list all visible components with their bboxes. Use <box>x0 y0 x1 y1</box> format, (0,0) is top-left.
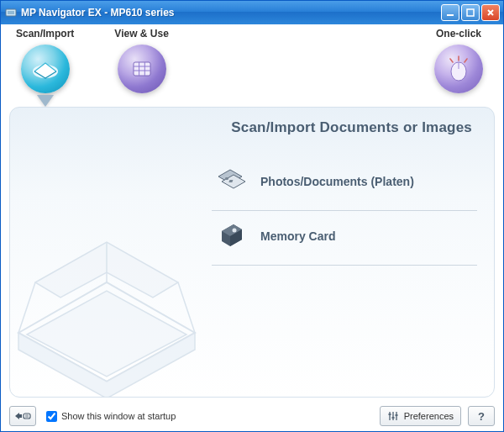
photos-documents-icon <box>212 165 249 198</box>
maximize-button[interactable] <box>461 4 480 21</box>
mode-switch-button[interactable] <box>9 406 36 426</box>
option-label: Photos/Documents (Platen) <box>260 175 414 188</box>
preferences-button[interactable]: Preferences <box>380 406 461 426</box>
app-icon <box>4 6 18 19</box>
option-memory-card[interactable]: Memory Card <box>212 211 477 266</box>
svg-rect-2 <box>447 14 454 16</box>
scanner-icon <box>21 45 70 93</box>
svg-rect-5 <box>134 62 150 76</box>
svg-rect-15 <box>24 414 30 419</box>
startup-checkbox[interactable] <box>46 411 57 422</box>
window-title: MP Navigator EX - MP610 series <box>21 7 441 18</box>
option-list: Photos/Documents (Platen) Memory Card <box>212 156 477 266</box>
svg-point-14 <box>233 229 237 233</box>
nav-one-click[interactable]: One-click <box>434 28 483 93</box>
memory-card-icon <box>212 219 249 253</box>
preferences-label: Preferences <box>404 411 454 421</box>
nav-scan-import[interactable]: Scan/Import <box>16 28 74 107</box>
svg-rect-21 <box>388 414 391 415</box>
footer: Show this window at startup Preferences … <box>1 403 503 431</box>
svg-rect-1 <box>8 11 14 14</box>
scanner-illustration <box>9 232 212 398</box>
app-window: MP Navigator EX - MP610 series Scan/Impo… <box>0 0 504 432</box>
option-label: Memory Card <box>260 229 335 243</box>
startup-checkbox-label[interactable]: Show this window at startup <box>46 411 176 422</box>
nav-active-pointer <box>37 95 54 107</box>
svg-rect-23 <box>395 414 397 416</box>
svg-rect-22 <box>391 417 394 419</box>
startup-checkbox-text: Show this window at startup <box>61 411 176 421</box>
panel-heading: Scan/Import Documents or Images <box>27 119 477 151</box>
option-photos-documents[interactable]: Photos/Documents (Platen) <box>212 156 477 211</box>
nav-view-use[interactable]: View & Use <box>114 28 168 93</box>
main-panel: Scan/Import Documents or Images Photos/D… <box>9 107 495 398</box>
mouse-click-icon <box>434 45 483 93</box>
window-controls <box>441 4 500 21</box>
top-nav: Scan/Import View & Use <box>1 24 503 107</box>
close-button[interactable] <box>481 4 500 21</box>
mode-switch-icon <box>14 411 31 421</box>
minimize-button[interactable] <box>441 4 459 21</box>
nav-label-scan-import: Scan/Import <box>16 28 74 40</box>
svg-rect-3 <box>467 9 474 16</box>
help-button[interactable]: ? <box>468 406 495 426</box>
nav-label-view-use: View & Use <box>114 28 168 40</box>
sliders-icon <box>387 410 399 422</box>
help-icon: ? <box>478 410 485 423</box>
grid-icon <box>118 45 166 93</box>
titlebar: MP Navigator EX - MP610 series <box>1 1 503 24</box>
nav-label-one-click: One-click <box>436 28 481 40</box>
